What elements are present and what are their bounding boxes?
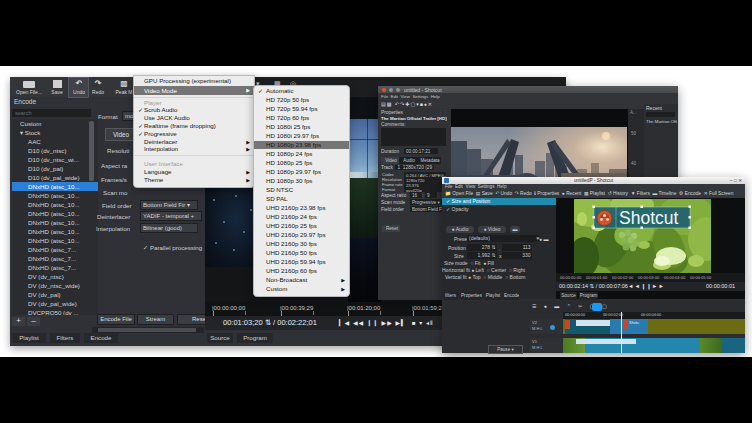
svg-text:Shotcut: Shotcut [619,208,678,228]
